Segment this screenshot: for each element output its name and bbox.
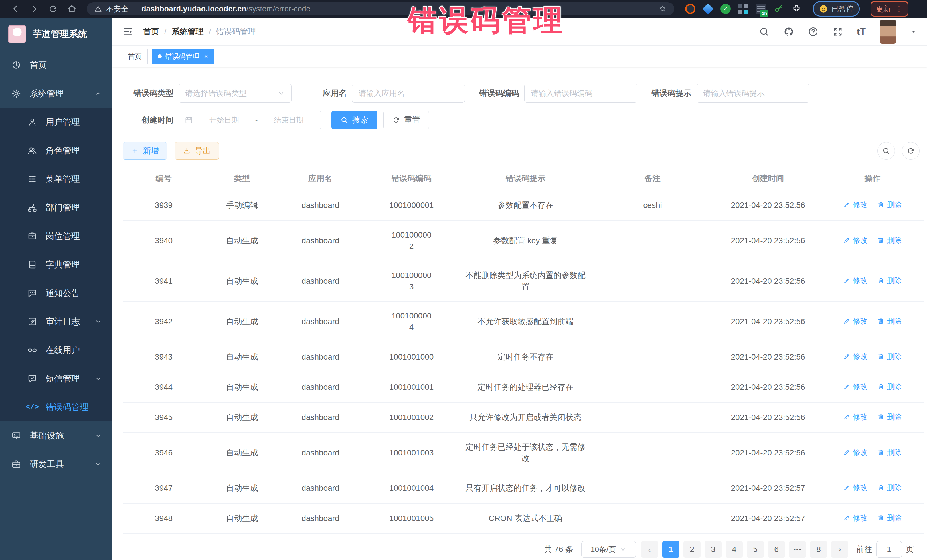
more-pages-button[interactable]: ••• bbox=[789, 541, 806, 558]
date-range-picker[interactable]: 开始日期 - 结束日期 bbox=[179, 111, 321, 129]
table-body: 3939 手动编辑 dashboard 1001000001 参数配置不存在 c… bbox=[123, 190, 924, 533]
reset-button[interactable]: 重置 bbox=[383, 111, 429, 129]
paused-extension-pill[interactable]: 已暂停 bbox=[813, 1, 860, 17]
error-code-input[interactable]: 请输入错误码编码 bbox=[524, 84, 637, 103]
delete-link[interactable]: 删除 bbox=[877, 411, 902, 423]
page-button[interactable]: 2 bbox=[684, 541, 701, 558]
show-search-button[interactable] bbox=[877, 142, 895, 160]
browser-back-icon[interactable] bbox=[10, 4, 21, 14]
sidebar-item-online-user[interactable]: 在线用户 bbox=[0, 336, 112, 364]
page-button[interactable]: 4 bbox=[726, 541, 743, 558]
goto-page-input[interactable]: 1 bbox=[876, 541, 902, 558]
delete-link[interactable]: 删除 bbox=[877, 446, 902, 458]
page-size-select[interactable]: 10条/页 bbox=[581, 541, 636, 558]
prev-page-button[interactable]: ‹ bbox=[641, 541, 658, 558]
error-hint-input[interactable]: 请输入错误码提示 bbox=[696, 84, 810, 103]
edit-link[interactable]: 修改 bbox=[843, 512, 868, 524]
page-button[interactable]: 5 bbox=[747, 541, 764, 558]
browser-update-button[interactable]: 更新 ⋮ bbox=[871, 1, 909, 17]
refresh-table-button[interactable] bbox=[902, 142, 919, 160]
add-button[interactable]: 新增 bbox=[123, 142, 167, 160]
user-avatar[interactable] bbox=[880, 20, 896, 44]
chevron-down-icon bbox=[94, 318, 102, 326]
extension-gem-icon[interactable] bbox=[702, 3, 714, 15]
browser-toolbar: 不安全 dashboard.yudao.iocoder.cn/system/er… bbox=[0, 0, 927, 18]
avatar-caret-down-icon[interactable] bbox=[910, 28, 917, 35]
search-button[interactable]: 搜索 bbox=[331, 111, 377, 129]
browser-reload-icon[interactable] bbox=[48, 4, 58, 14]
tab-active[interactable]: 错误码管理 × bbox=[152, 49, 214, 64]
breadcrumb-item[interactable]: 系统管理 bbox=[172, 26, 204, 37]
extension-puzzle-icon[interactable] bbox=[791, 4, 801, 14]
edit-link[interactable]: 修改 bbox=[843, 351, 868, 362]
page-button[interactable]: 6 bbox=[768, 541, 785, 558]
sidebar-item-dict-management[interactable]: 字典管理 bbox=[0, 250, 112, 279]
on-badge: on bbox=[760, 10, 768, 17]
next-page-button[interactable]: › bbox=[831, 541, 848, 558]
github-icon[interactable] bbox=[783, 26, 794, 37]
tab-item[interactable]: 首页 bbox=[122, 49, 148, 64]
start-date-placeholder[interactable]: 开始日期 bbox=[198, 115, 251, 125]
page-button[interactable]: 1 bbox=[662, 541, 679, 558]
chevron-down-icon bbox=[94, 375, 102, 382]
edit-link[interactable]: 修改 bbox=[843, 316, 868, 327]
edit-link[interactable]: 修改 bbox=[843, 446, 868, 458]
delete-link[interactable]: 删除 bbox=[877, 351, 902, 362]
edit-link[interactable]: 修改 bbox=[843, 411, 868, 423]
browser-home-icon[interactable] bbox=[67, 4, 77, 14]
sidebar-item-dev-tools[interactable]: 研发工具 bbox=[0, 450, 112, 478]
help-icon[interactable] bbox=[808, 26, 819, 37]
end-date-placeholder[interactable]: 结束日期 bbox=[262, 115, 315, 125]
error-type-select[interactable]: 请选择错误码类型 bbox=[179, 84, 292, 103]
delete-link[interactable]: 删除 bbox=[877, 512, 902, 524]
delete-link[interactable]: 删除 bbox=[877, 482, 902, 493]
edit-link[interactable]: 修改 bbox=[843, 234, 868, 246]
sidebar-item-infrastructure[interactable]: 基础设施 bbox=[0, 422, 112, 450]
breadcrumb-item[interactable]: 首页 bbox=[143, 26, 159, 37]
sidebar-item-menu-management[interactable]: 菜单管理 bbox=[0, 165, 112, 193]
edit-link[interactable]: 修改 bbox=[843, 275, 868, 286]
extension-lines-icon[interactable]: on bbox=[756, 4, 766, 14]
sidebar-item-notice-announcement[interactable]: 通知公告 bbox=[0, 279, 112, 307]
sidebar-item-audit-log[interactable]: 审计日志 bbox=[0, 307, 112, 336]
font-size-icon[interactable]: tT bbox=[857, 26, 866, 37]
sidebar-item-system-management[interactable]: 系统管理 bbox=[0, 79, 112, 108]
edit-link[interactable]: 修改 bbox=[843, 199, 868, 211]
extension-ring-icon[interactable] bbox=[685, 4, 695, 14]
sidebar-item-role-management[interactable]: 角色管理 bbox=[0, 136, 112, 165]
sidebar-item-user-management[interactable]: 用户管理 bbox=[0, 108, 112, 136]
hamburger-icon[interactable] bbox=[122, 26, 134, 37]
search-icon bbox=[340, 116, 348, 124]
sidebar-item-department-management[interactable]: 部门管理 bbox=[0, 193, 112, 222]
delete-link[interactable]: 删除 bbox=[877, 275, 902, 286]
extension-grid-icon[interactable] bbox=[738, 4, 748, 14]
page-button[interactable]: 3 bbox=[705, 541, 722, 558]
kebab-menu-icon[interactable]: ⋮ bbox=[895, 5, 903, 14]
delete-link[interactable]: 删除 bbox=[877, 199, 902, 211]
sidebar-item-error-code-management[interactable]: </> 错误码管理 bbox=[0, 393, 112, 422]
sidebar-item-position-management[interactable]: 岗位管理 bbox=[0, 222, 112, 250]
extension-gcirc-icon[interactable]: ✓ bbox=[720, 4, 731, 14]
bookmark-star-icon[interactable] bbox=[658, 5, 667, 13]
sidebar-item-sms-management[interactable]: 短信管理 bbox=[0, 364, 112, 393]
extension-keyic-icon[interactable] bbox=[774, 4, 784, 14]
table-row: 3939 手动编辑 dashboard 1001000001 参数配置不存在 c… bbox=[123, 190, 924, 220]
search-icon[interactable] bbox=[759, 26, 769, 37]
security-warning-label[interactable]: 不安全 bbox=[106, 4, 128, 14]
sidebar-item-home[interactable]: 首页 bbox=[0, 51, 112, 79]
delete-link[interactable]: 删除 bbox=[877, 381, 902, 392]
app-name-input[interactable]: 请输入应用名 bbox=[352, 84, 465, 103]
breadcrumb-item: 错误码管理 bbox=[216, 26, 256, 37]
export-button[interactable]: 导出 bbox=[175, 142, 219, 160]
browser-forward-icon[interactable] bbox=[29, 4, 40, 14]
error-code-label: 错误码编码 bbox=[479, 88, 519, 99]
address-bar[interactable]: 不安全 dashboard.yudao.iocoder.cn/system/er… bbox=[87, 2, 674, 15]
fullscreen-icon[interactable] bbox=[832, 26, 843, 37]
page-button[interactable]: 8 bbox=[810, 541, 827, 558]
close-icon[interactable]: × bbox=[204, 53, 208, 60]
trash-icon bbox=[877, 317, 884, 325]
delete-link[interactable]: 删除 bbox=[877, 234, 902, 246]
edit-link[interactable]: 修改 bbox=[843, 381, 868, 392]
delete-link[interactable]: 删除 bbox=[877, 316, 902, 327]
edit-link[interactable]: 修改 bbox=[843, 482, 868, 493]
